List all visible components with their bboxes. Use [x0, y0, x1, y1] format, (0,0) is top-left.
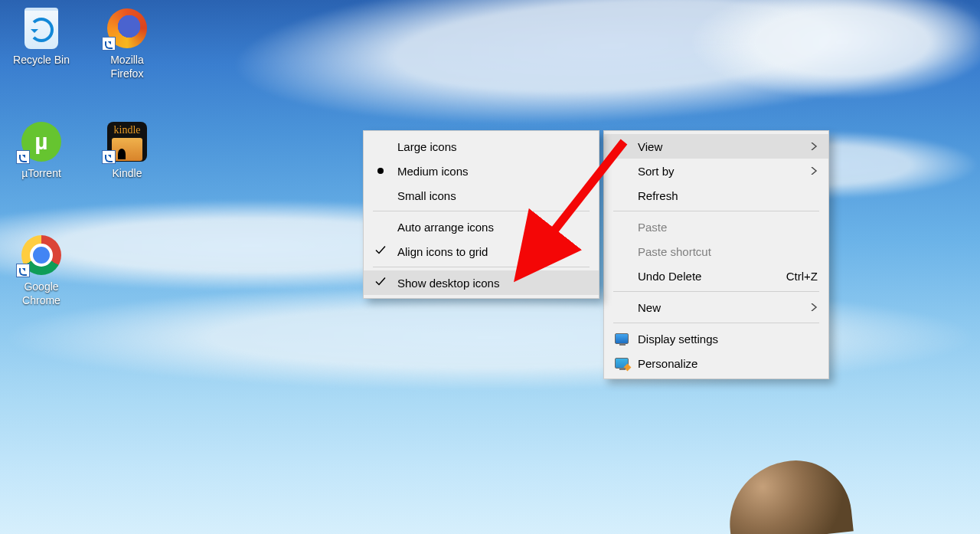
menu-item-small-icons[interactable]: Small icons — [364, 183, 599, 208]
shortcut-overlay-icon — [16, 264, 30, 277]
rock-decoration — [724, 455, 854, 534]
personalize-icon — [615, 358, 629, 369]
menu-item-label: Undo Delete — [638, 270, 701, 283]
radio-selected-icon — [377, 168, 384, 174]
desktop-icon-label: Mozilla Firefox — [89, 54, 165, 80]
menu-item-medium-icons[interactable]: Medium icons — [364, 159, 599, 183]
chevron-right-icon — [779, 143, 818, 150]
menu-separator — [373, 267, 590, 267]
check-icon — [374, 245, 387, 258]
menu-item-paste: Paste — [604, 215, 828, 239]
menu-separator — [373, 211, 590, 211]
desktop-icon-firefox[interactable]: Mozilla Firefox — [89, 8, 165, 80]
recycle-bin-icon — [21, 8, 62, 49]
kindle-brand-text: kindle — [114, 124, 141, 136]
menu-item-label: Refresh — [638, 189, 678, 202]
menu-item-label: View — [638, 140, 662, 153]
menu-item-label: Paste shortcut — [638, 245, 711, 258]
menu-item-view[interactable]: View — [604, 134, 828, 159]
desktop[interactable]: Recycle Bin Mozilla Firefox µ µTorrent k… — [0, 0, 980, 534]
menu-item-shortcut: Ctrl+Z — [756, 270, 818, 283]
view-submenu: Large icons Medium icons Small icons Aut… — [363, 130, 599, 299]
menu-item-label: Personalize — [638, 357, 697, 370]
desktop-icon-kindle[interactable]: kindle Kindle — [89, 121, 165, 181]
shortcut-overlay-icon — [102, 150, 116, 164]
desktop-icon-label: Google Chrome — [3, 280, 80, 307]
utorrent-icon: µ — [21, 121, 62, 162]
desktop-icon-utorrent[interactable]: µ µTorrent — [3, 121, 80, 181]
desktop-icon-recycle-bin[interactable]: Recycle Bin — [3, 8, 80, 67]
chevron-right-icon — [779, 167, 818, 175]
cloud-decoration — [0, 283, 980, 391]
menu-item-large-icons[interactable]: Large icons — [364, 134, 599, 159]
desktop-icon-label: Kindle — [89, 167, 165, 181]
menu-item-label: Display settings — [638, 333, 718, 346]
menu-item-label: Show desktop icons — [397, 277, 499, 290]
menu-item-align-to-grid[interactable]: Align icons to grid — [364, 239, 599, 264]
menu-item-show-desktop-icons[interactable]: Show desktop icons — [364, 270, 599, 295]
menu-item-new[interactable]: New — [604, 295, 828, 319]
menu-item-label: New — [638, 301, 661, 314]
chrome-icon — [21, 234, 62, 276]
menu-item-sort-by[interactable]: Sort by — [604, 159, 828, 183]
menu-item-label: Paste — [638, 221, 667, 234]
menu-separator — [613, 211, 819, 211]
menu-item-paste-shortcut: Paste shortcut — [604, 239, 828, 264]
menu-item-label: Sort by — [638, 165, 675, 178]
desktop-icon-label: µTorrent — [3, 167, 80, 181]
shortcut-overlay-icon — [16, 150, 30, 164]
menu-item-auto-arrange[interactable]: Auto arrange icons — [364, 215, 599, 239]
menu-separator — [613, 323, 819, 323]
menu-item-undo-delete[interactable]: Undo Delete Ctrl+Z — [604, 264, 828, 288]
chevron-right-icon — [779, 303, 818, 311]
desktop-context-menu: View Sort by Refresh Paste Paste shortcu… — [603, 130, 829, 379]
firefox-icon — [106, 8, 148, 49]
shortcut-overlay-icon — [102, 37, 116, 51]
menu-item-label: Auto arrange icons — [397, 221, 494, 234]
desktop-icon-chrome[interactable]: Google Chrome — [3, 234, 80, 307]
desktop-icon-label: Recycle Bin — [3, 54, 80, 67]
menu-item-refresh[interactable]: Refresh — [604, 183, 828, 208]
check-icon — [374, 277, 387, 290]
menu-item-personalize[interactable]: Personalize — [604, 351, 828, 375]
menu-item-label: Align icons to grid — [397, 245, 488, 258]
monitor-icon — [615, 333, 629, 344]
menu-item-display-settings[interactable]: Display settings — [604, 326, 828, 351]
menu-item-label: Large icons — [397, 140, 457, 153]
menu-item-label: Small icons — [397, 189, 456, 202]
menu-item-label: Medium icons — [397, 165, 469, 178]
kindle-icon: kindle — [106, 121, 148, 162]
menu-separator — [613, 291, 819, 292]
